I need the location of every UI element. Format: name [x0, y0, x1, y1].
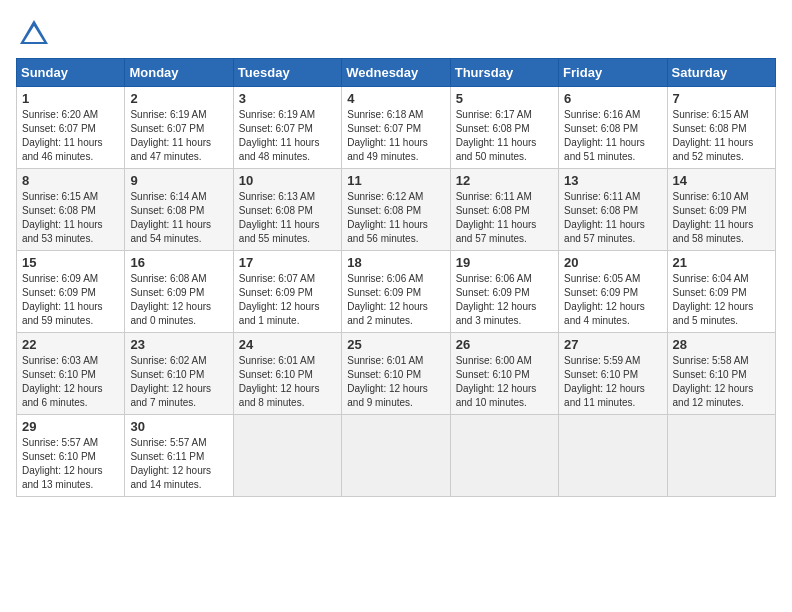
- calendar-cell: 19 Sunrise: 6:06 AM Sunset: 6:09 PM Dayl…: [450, 251, 558, 333]
- calendar-cell: 5 Sunrise: 6:17 AM Sunset: 6:08 PM Dayli…: [450, 87, 558, 169]
- day-info: Sunrise: 6:19 AM Sunset: 6:07 PM Dayligh…: [239, 108, 336, 164]
- calendar-cell: 27 Sunrise: 5:59 AM Sunset: 6:10 PM Dayl…: [559, 333, 667, 415]
- calendar-cell: 26 Sunrise: 6:00 AM Sunset: 6:10 PM Dayl…: [450, 333, 558, 415]
- calendar-cell: 29 Sunrise: 5:57 AM Sunset: 6:10 PM Dayl…: [17, 415, 125, 497]
- day-number: 2: [130, 91, 227, 106]
- calendar-cell: 15 Sunrise: 6:09 AM Sunset: 6:09 PM Dayl…: [17, 251, 125, 333]
- day-info: Sunrise: 6:10 AM Sunset: 6:09 PM Dayligh…: [673, 190, 770, 246]
- calendar-cell: 11 Sunrise: 6:12 AM Sunset: 6:08 PM Dayl…: [342, 169, 450, 251]
- calendar-cell: 18 Sunrise: 6:06 AM Sunset: 6:09 PM Dayl…: [342, 251, 450, 333]
- day-number: 20: [564, 255, 661, 270]
- calendar-cell: 7 Sunrise: 6:15 AM Sunset: 6:08 PM Dayli…: [667, 87, 775, 169]
- day-number: 13: [564, 173, 661, 188]
- calendar-cell: 6 Sunrise: 6:16 AM Sunset: 6:08 PM Dayli…: [559, 87, 667, 169]
- calendar-cell: [450, 415, 558, 497]
- day-number: 30: [130, 419, 227, 434]
- day-number: 10: [239, 173, 336, 188]
- logo-icon: [16, 16, 52, 52]
- weekday-header: Sunday: [17, 59, 125, 87]
- calendar-cell: 4 Sunrise: 6:18 AM Sunset: 6:07 PM Dayli…: [342, 87, 450, 169]
- calendar-cell: [667, 415, 775, 497]
- page-header: [16, 16, 776, 52]
- day-number: 18: [347, 255, 444, 270]
- calendar-cell: 2 Sunrise: 6:19 AM Sunset: 6:07 PM Dayli…: [125, 87, 233, 169]
- day-number: 25: [347, 337, 444, 352]
- day-number: 22: [22, 337, 119, 352]
- day-info: Sunrise: 6:12 AM Sunset: 6:08 PM Dayligh…: [347, 190, 444, 246]
- calendar-cell: [559, 415, 667, 497]
- calendar-cell: 3 Sunrise: 6:19 AM Sunset: 6:07 PM Dayli…: [233, 87, 341, 169]
- day-info: Sunrise: 6:01 AM Sunset: 6:10 PM Dayligh…: [347, 354, 444, 410]
- day-number: 26: [456, 337, 553, 352]
- calendar-cell: 16 Sunrise: 6:08 AM Sunset: 6:09 PM Dayl…: [125, 251, 233, 333]
- calendar-cell: 30 Sunrise: 5:57 AM Sunset: 6:11 PM Dayl…: [125, 415, 233, 497]
- day-number: 28: [673, 337, 770, 352]
- day-number: 17: [239, 255, 336, 270]
- day-info: Sunrise: 6:09 AM Sunset: 6:09 PM Dayligh…: [22, 272, 119, 328]
- calendar-cell: 22 Sunrise: 6:03 AM Sunset: 6:10 PM Dayl…: [17, 333, 125, 415]
- day-info: Sunrise: 6:05 AM Sunset: 6:09 PM Dayligh…: [564, 272, 661, 328]
- day-info: Sunrise: 6:16 AM Sunset: 6:08 PM Dayligh…: [564, 108, 661, 164]
- calendar-cell: 25 Sunrise: 6:01 AM Sunset: 6:10 PM Dayl…: [342, 333, 450, 415]
- day-number: 21: [673, 255, 770, 270]
- calendar-cell: 28 Sunrise: 5:58 AM Sunset: 6:10 PM Dayl…: [667, 333, 775, 415]
- day-info: Sunrise: 6:01 AM Sunset: 6:10 PM Dayligh…: [239, 354, 336, 410]
- day-number: 7: [673, 91, 770, 106]
- calendar-table: SundayMondayTuesdayWednesdayThursdayFrid…: [16, 58, 776, 497]
- day-info: Sunrise: 6:00 AM Sunset: 6:10 PM Dayligh…: [456, 354, 553, 410]
- day-info: Sunrise: 6:06 AM Sunset: 6:09 PM Dayligh…: [456, 272, 553, 328]
- calendar-cell: 12 Sunrise: 6:11 AM Sunset: 6:08 PM Dayl…: [450, 169, 558, 251]
- day-info: Sunrise: 6:04 AM Sunset: 6:09 PM Dayligh…: [673, 272, 770, 328]
- day-number: 9: [130, 173, 227, 188]
- calendar-week-row: 1 Sunrise: 6:20 AM Sunset: 6:07 PM Dayli…: [17, 87, 776, 169]
- weekday-header: Wednesday: [342, 59, 450, 87]
- calendar-cell: [342, 415, 450, 497]
- day-info: Sunrise: 6:06 AM Sunset: 6:09 PM Dayligh…: [347, 272, 444, 328]
- day-info: Sunrise: 6:15 AM Sunset: 6:08 PM Dayligh…: [673, 108, 770, 164]
- calendar-cell: 10 Sunrise: 6:13 AM Sunset: 6:08 PM Dayl…: [233, 169, 341, 251]
- calendar-week-row: 8 Sunrise: 6:15 AM Sunset: 6:08 PM Dayli…: [17, 169, 776, 251]
- day-number: 15: [22, 255, 119, 270]
- calendar-cell: 8 Sunrise: 6:15 AM Sunset: 6:08 PM Dayli…: [17, 169, 125, 251]
- calendar-cell: [233, 415, 341, 497]
- calendar-cell: 13 Sunrise: 6:11 AM Sunset: 6:08 PM Dayl…: [559, 169, 667, 251]
- logo: [16, 16, 56, 52]
- calendar-cell: 23 Sunrise: 6:02 AM Sunset: 6:10 PM Dayl…: [125, 333, 233, 415]
- calendar-cell: 14 Sunrise: 6:10 AM Sunset: 6:09 PM Dayl…: [667, 169, 775, 251]
- weekday-header: Saturday: [667, 59, 775, 87]
- day-number: 5: [456, 91, 553, 106]
- day-info: Sunrise: 6:17 AM Sunset: 6:08 PM Dayligh…: [456, 108, 553, 164]
- calendar-week-row: 29 Sunrise: 5:57 AM Sunset: 6:10 PM Dayl…: [17, 415, 776, 497]
- day-number: 27: [564, 337, 661, 352]
- calendar-cell: 9 Sunrise: 6:14 AM Sunset: 6:08 PM Dayli…: [125, 169, 233, 251]
- day-info: Sunrise: 6:13 AM Sunset: 6:08 PM Dayligh…: [239, 190, 336, 246]
- day-info: Sunrise: 5:57 AM Sunset: 6:10 PM Dayligh…: [22, 436, 119, 492]
- day-info: Sunrise: 6:11 AM Sunset: 6:08 PM Dayligh…: [564, 190, 661, 246]
- day-info: Sunrise: 5:57 AM Sunset: 6:11 PM Dayligh…: [130, 436, 227, 492]
- day-info: Sunrise: 6:20 AM Sunset: 6:07 PM Dayligh…: [22, 108, 119, 164]
- day-number: 24: [239, 337, 336, 352]
- day-number: 23: [130, 337, 227, 352]
- day-number: 12: [456, 173, 553, 188]
- weekday-header: Monday: [125, 59, 233, 87]
- day-info: Sunrise: 6:11 AM Sunset: 6:08 PM Dayligh…: [456, 190, 553, 246]
- day-number: 29: [22, 419, 119, 434]
- day-info: Sunrise: 6:07 AM Sunset: 6:09 PM Dayligh…: [239, 272, 336, 328]
- day-info: Sunrise: 6:03 AM Sunset: 6:10 PM Dayligh…: [22, 354, 119, 410]
- day-info: Sunrise: 5:58 AM Sunset: 6:10 PM Dayligh…: [673, 354, 770, 410]
- calendar-cell: 21 Sunrise: 6:04 AM Sunset: 6:09 PM Dayl…: [667, 251, 775, 333]
- day-info: Sunrise: 6:02 AM Sunset: 6:10 PM Dayligh…: [130, 354, 227, 410]
- day-number: 8: [22, 173, 119, 188]
- day-info: Sunrise: 6:19 AM Sunset: 6:07 PM Dayligh…: [130, 108, 227, 164]
- day-info: Sunrise: 6:18 AM Sunset: 6:07 PM Dayligh…: [347, 108, 444, 164]
- weekday-header: Tuesday: [233, 59, 341, 87]
- weekday-header: Friday: [559, 59, 667, 87]
- day-info: Sunrise: 6:14 AM Sunset: 6:08 PM Dayligh…: [130, 190, 227, 246]
- calendar-cell: 1 Sunrise: 6:20 AM Sunset: 6:07 PM Dayli…: [17, 87, 125, 169]
- day-number: 1: [22, 91, 119, 106]
- calendar-week-row: 22 Sunrise: 6:03 AM Sunset: 6:10 PM Dayl…: [17, 333, 776, 415]
- day-number: 11: [347, 173, 444, 188]
- day-info: Sunrise: 6:08 AM Sunset: 6:09 PM Dayligh…: [130, 272, 227, 328]
- day-number: 16: [130, 255, 227, 270]
- day-number: 6: [564, 91, 661, 106]
